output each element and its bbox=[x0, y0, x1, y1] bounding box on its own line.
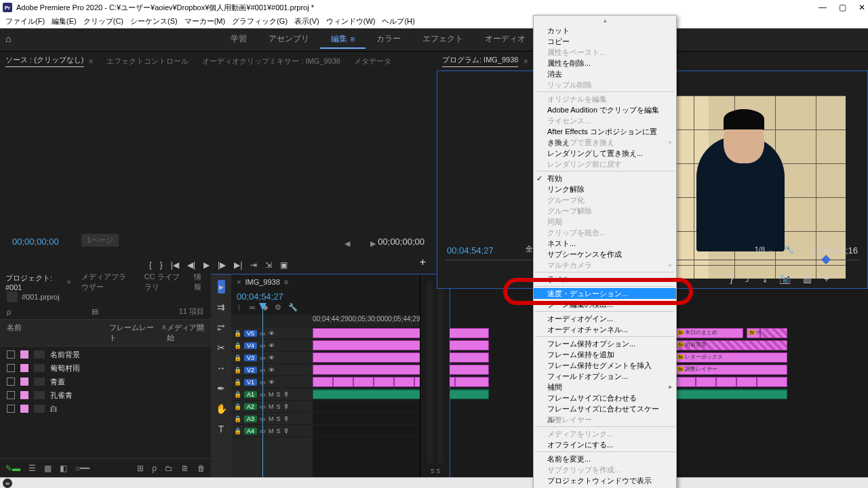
close-button[interactable]: ✕ bbox=[859, 3, 865, 12]
timeline-clip[interactable] bbox=[374, 377, 394, 387]
project-item[interactable]: 名前背景 bbox=[3, 348, 208, 361]
creative-cloud-icon[interactable]: ∞ bbox=[3, 479, 12, 488]
extract-icon[interactable]: ⤵ bbox=[762, 273, 767, 284]
new-bin-icon[interactable]: 🗀 bbox=[165, 464, 173, 473]
timeline-clip[interactable] bbox=[696, 377, 716, 387]
settings-icon[interactable]: ⚙ bbox=[275, 303, 281, 315]
timeline-audio-clip[interactable] bbox=[675, 389, 787, 399]
source-tab[interactable]: ソース : (クリップなし) bbox=[5, 55, 84, 67]
project-tab[interactable]: メディアブラウザー bbox=[81, 272, 134, 292]
workspace-tab[interactable]: 学習 bbox=[220, 30, 258, 49]
timeline-clip[interactable] bbox=[313, 365, 489, 375]
context-menu-item[interactable]: サブシーケンスを作成 bbox=[534, 249, 676, 260]
write-icon[interactable]: ✎▬ bbox=[5, 464, 20, 473]
col-mediastart[interactable]: メディア開始 bbox=[167, 323, 205, 343]
timeline-clip[interactable] bbox=[757, 377, 787, 387]
step-fwd-icon[interactable]: |▶ bbox=[218, 260, 226, 270]
timeline-tracks[interactable]: 🔒V5▭👁🔒V4▭👁🔒V3▭👁🔒V2▭👁🔒V1▭👁🔒A1▭MS🎙🔒A2▭MS🎙🔒… bbox=[231, 327, 420, 477]
mark-in-icon[interactable]: { bbox=[149, 260, 152, 270]
timeline-clip[interactable] bbox=[455, 377, 489, 387]
new-item-icon[interactable]: 🗎 bbox=[181, 464, 189, 473]
col-name[interactable]: 名前 bbox=[7, 323, 109, 343]
context-menu-item[interactable]: ネスト... bbox=[534, 238, 676, 249]
context-menu-item[interactable]: レンダリングして置き換え... bbox=[534, 148, 676, 159]
razor-tool-icon[interactable]: ✂ bbox=[216, 341, 226, 354]
filter-icon[interactable]: ▤ bbox=[92, 307, 98, 316]
timeline-clip[interactable] bbox=[394, 377, 414, 387]
step-back-icon[interactable]: ◀| bbox=[187, 260, 195, 270]
context-menu-item[interactable]: オーディオゲイン... bbox=[534, 313, 676, 324]
context-menu-item[interactable]: 速度・デュレーション... bbox=[534, 288, 676, 299]
menu-item[interactable]: マーカー(M) bbox=[182, 15, 229, 28]
label-swatch[interactable] bbox=[20, 405, 28, 413]
chevron-down-icon[interactable]: ⌄ bbox=[768, 245, 774, 253]
context-menu-item[interactable]: リンク解除 bbox=[534, 184, 676, 195]
context-menu-item[interactable]: 属性を削除... bbox=[534, 58, 676, 68]
home-icon[interactable]: ⌂ bbox=[5, 33, 19, 47]
scroll-up-icon[interactable]: ▴ bbox=[534, 17, 676, 25]
goto-out-icon[interactable]: ▶| bbox=[234, 260, 242, 270]
checkbox[interactable] bbox=[7, 378, 15, 386]
timeline-ruler[interactable]: 00;04;44;2900;05;30;0000;05;44;29 bbox=[231, 315, 420, 327]
label-swatch[interactable] bbox=[20, 378, 28, 386]
timeline-clip[interactable] bbox=[313, 340, 489, 350]
playhead[interactable] bbox=[262, 303, 263, 477]
project-item[interactable]: 孔雀青 bbox=[3, 388, 208, 402]
context-menu-item[interactable]: プロジェクトウィンドウで表示 bbox=[534, 475, 676, 486]
goto-in-icon[interactable]: |◀ bbox=[171, 260, 179, 270]
trash-icon[interactable]: 🗑 bbox=[197, 464, 205, 473]
timeline-clip[interactable]: fxチャ bbox=[747, 328, 760, 338]
slip-tool-icon[interactable]: ↔ bbox=[215, 361, 227, 375]
context-menu-item[interactable]: 補間 bbox=[534, 382, 676, 392]
add-button-icon[interactable]: + bbox=[420, 256, 426, 268]
plus-prog-icon[interactable]: + bbox=[824, 273, 829, 284]
timeline-clip[interactable] bbox=[313, 377, 333, 387]
selection-tool-icon[interactable]: ▸ bbox=[218, 280, 225, 293]
context-menu-item[interactable]: Adobe Audition でクリップを編集 bbox=[534, 104, 676, 115]
label-swatch[interactable] bbox=[20, 350, 28, 359]
timeline-timecode[interactable]: 00;04;54;27 bbox=[237, 291, 283, 302]
next-icon[interactable]: ▶ bbox=[370, 239, 376, 248]
menu-item[interactable]: クリップ(C) bbox=[81, 15, 126, 28]
export-frame-prog-icon[interactable]: 📷 bbox=[779, 273, 791, 284]
context-menu-item[interactable]: シーン編集の検出... bbox=[534, 299, 676, 310]
context-menu-item[interactable]: 有効 bbox=[534, 173, 676, 184]
workspace-tab[interactable]: 編集 ≡ bbox=[320, 30, 366, 49]
context-menu-item[interactable]: フレームサイズに合わせてスケール bbox=[534, 403, 676, 414]
timeline-clip[interactable] bbox=[333, 377, 353, 387]
context-menu-item[interactable]: オフラインにする... bbox=[534, 439, 676, 450]
menu-item[interactable]: ファイル(F) bbox=[3, 15, 47, 28]
project-item[interactable]: 青蓋 bbox=[3, 375, 208, 388]
ripple-tool-icon[interactable]: ⥂ bbox=[216, 321, 226, 334]
checkbox[interactable] bbox=[7, 405, 15, 413]
project-tab[interactable]: 情報 bbox=[194, 272, 205, 292]
project-item[interactable]: 白 bbox=[3, 402, 208, 415]
snap-icon[interactable]: ⟊ bbox=[237, 303, 241, 315]
project-tab[interactable]: プロジェクト: #001 bbox=[5, 273, 56, 291]
overwrite-icon[interactable]: ⇲ bbox=[265, 260, 272, 270]
timeline-clip[interactable]: fxレターボックス bbox=[675, 352, 787, 363]
insert-icon[interactable]: ⇥ bbox=[250, 260, 257, 270]
icon-view-icon[interactable]: ▦ bbox=[44, 464, 52, 473]
context-menu-item[interactable]: フレーム保持オプション... bbox=[534, 338, 676, 349]
sequence-tab[interactable]: IMG_9938 bbox=[245, 278, 279, 286]
maximize-button[interactable]: ▢ bbox=[839, 3, 846, 12]
close-seq-icon[interactable]: × bbox=[237, 278, 241, 286]
context-menu-item[interactable]: 名前を変更... bbox=[534, 453, 676, 464]
workspace-tab[interactable]: エフェクト bbox=[412, 30, 474, 49]
workspace-tab[interactable]: オーディオ bbox=[474, 30, 536, 49]
checkbox[interactable] bbox=[7, 364, 15, 372]
context-menu-item[interactable]: ラベル bbox=[534, 274, 676, 285]
source-tab[interactable]: オーディオクリップミキサー : IMG_9938 bbox=[202, 56, 340, 66]
compare-icon[interactable]: ▥ bbox=[803, 273, 812, 284]
context-menu-item[interactable]: フレームサイズに合わせる bbox=[534, 392, 676, 403]
context-menu-item[interactable]: フレーム保持を追加 bbox=[534, 349, 676, 360]
search-icon[interactable]: ρ bbox=[7, 308, 11, 316]
timeline-clip[interactable] bbox=[313, 328, 489, 338]
wrench-icon[interactable]: 🔧 bbox=[288, 303, 298, 315]
timeline-clip[interactable] bbox=[353, 377, 374, 387]
auto-seq-icon[interactable]: ⊞ bbox=[137, 464, 144, 473]
checkbox[interactable] bbox=[7, 391, 15, 399]
workspace-tab[interactable]: アセンブリ bbox=[258, 30, 320, 49]
menu-item[interactable]: ウィンドウ(W) bbox=[323, 15, 378, 28]
